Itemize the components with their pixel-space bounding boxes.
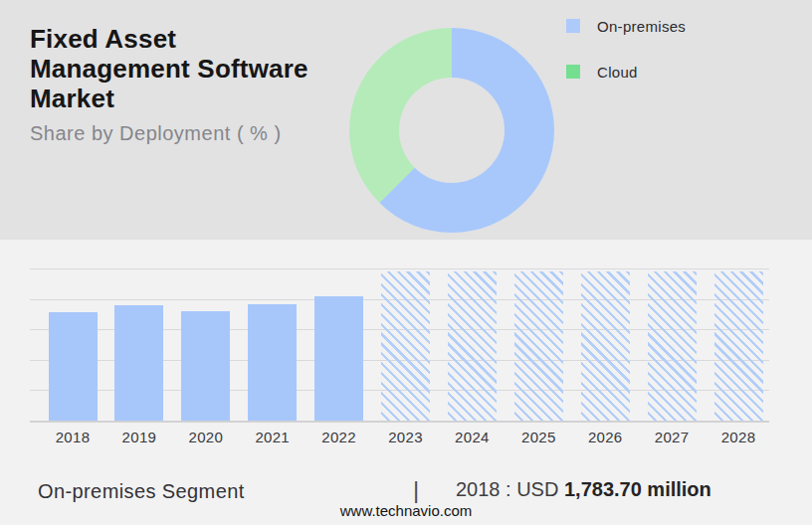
bar-plot: [30, 268, 769, 423]
caption-value-prefix: 2018 : USD: [456, 478, 564, 500]
x-axis-label-2025: 2025: [521, 429, 556, 445]
x-axis-label-2026: 2026: [588, 429, 623, 445]
x-axis-label-2024: 2024: [455, 429, 490, 445]
legend-label-on-premises: On-premises: [597, 18, 686, 35]
x-axis-label-2022: 2022: [321, 429, 356, 445]
x-axis-label-2027: 2027: [655, 429, 690, 445]
caption-divider: |: [413, 476, 419, 504]
donut-chart: [349, 28, 554, 233]
forecast-bar-2027: [648, 271, 697, 421]
page-subtitle: Share by Deployment ( % ): [30, 122, 343, 145]
caption-row: On-premises Segment | 2018 : USD 1,783.7…: [0, 478, 812, 504]
forecast-bar-2024: [448, 271, 497, 421]
x-axis-label-2019: 2019: [122, 429, 157, 445]
bottom-section: 2018201920202021202220232024202520262027…: [0, 240, 812, 525]
title-block: Fixed Asset Management Software Market S…: [30, 24, 343, 145]
legend-swatch-on-premises: [566, 19, 580, 33]
x-axis-label-2018: 2018: [56, 429, 91, 445]
caption-value-amount: 1,783.70 million: [564, 478, 711, 500]
forecast-bar-2025: [514, 271, 563, 421]
footer-url: www.technavio.com: [0, 502, 812, 519]
bar-2019: [114, 305, 163, 421]
bar-2021: [248, 304, 297, 421]
forecast-bar-2028: [714, 271, 763, 421]
bar-2018: [49, 312, 98, 421]
caption-value: 2018 : USD 1,783.70 million: [456, 478, 711, 501]
bar-2022: [314, 296, 363, 421]
x-axis-labels: 2018201920202021202220232024202520262027…: [30, 429, 769, 446]
gridline-2500: [30, 268, 769, 269]
legend-item-cloud: Cloud: [566, 58, 686, 86]
legend-label-cloud: Cloud: [597, 64, 638, 81]
segment-label: On-premises Segment: [38, 480, 245, 503]
top-section: Fixed Asset Management Software Market S…: [0, 0, 812, 240]
donut-legend: On-premises Cloud: [566, 12, 686, 103]
x-axis-label-2020: 2020: [189, 429, 224, 445]
x-axis-label-2021: 2021: [255, 429, 290, 445]
legend-swatch-cloud: [566, 65, 580, 79]
donut-chart-hole: [399, 78, 505, 183]
forecast-bar-2026: [581, 271, 630, 421]
x-axis-label-2023: 2023: [388, 429, 423, 445]
x-axis-label-2028: 2028: [721, 429, 756, 445]
page-title: Fixed Asset Management Software Market: [30, 24, 343, 113]
legend-item-on-premises: On-premises: [566, 12, 686, 40]
forecast-bar-2023: [381, 271, 430, 421]
bar-2020: [181, 311, 230, 421]
